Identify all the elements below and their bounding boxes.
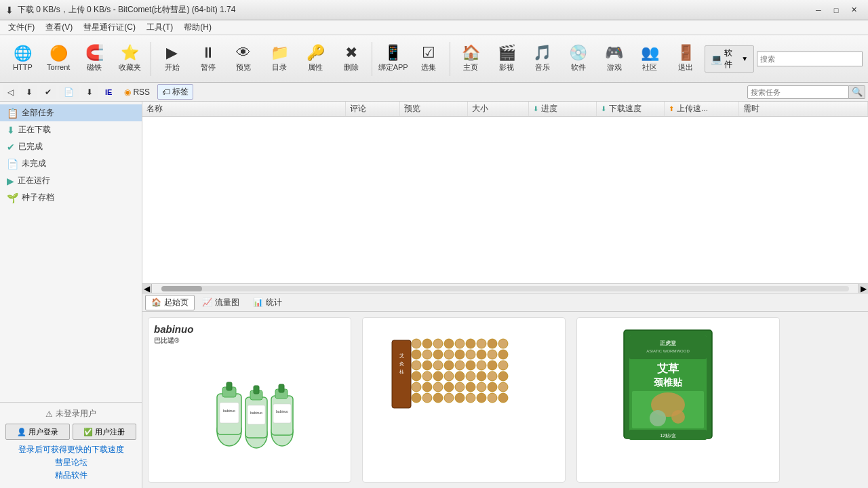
toolbar-delete[interactable]: ✖ 删除 <box>334 38 368 80</box>
tab-homepage[interactable]: 🏠 起始页 <box>145 295 195 310</box>
toolbar-stop[interactable]: ⏸ 暂停 <box>191 38 225 80</box>
toolbar-community[interactable]: 👥 社区 <box>633 38 667 80</box>
back-button[interactable]: ◁ <box>3 85 18 99</box>
svg-point-34 <box>466 350 475 359</box>
software-dropdown[interactable]: 💻 软件 ▼ <box>705 45 754 73</box>
th-name: 名称 <box>142 102 346 116</box>
horizontal-scrollbar[interactable]: ◀ ▶ <box>142 283 868 293</box>
music-label: 音乐 <box>535 62 550 73</box>
collect-icon: ⭐ <box>121 45 139 60</box>
register-icon: ✅ <box>83 428 93 436</box>
task-search-button[interactable]: 🔍 <box>849 85 865 99</box>
scroll-right-button[interactable]: ▶ <box>859 284 868 293</box>
svg-point-46 <box>498 361 508 370</box>
toolbar-music[interactable]: 🎵 音乐 <box>526 38 560 80</box>
rss-feed[interactable]: ◉ RSS <box>119 85 155 99</box>
toolbar-bindapp[interactable]: 📱 绑定APP <box>376 38 410 80</box>
toolbar-software[interactable]: 💿 软件 <box>561 38 595 80</box>
th-speed-label: 下载速度 <box>609 103 642 115</box>
product-card-moxa[interactable]: 艾 灸 柱 <box>362 317 566 483</box>
check-button[interactable]: ✔ <box>40 85 56 99</box>
forum-link[interactable]: 彗星论坛 <box>5 457 136 468</box>
minimize-button[interactable]: ─ <box>810 3 827 17</box>
th-time: 需时 <box>739 102 868 116</box>
scroll-left-button[interactable]: ◀ <box>142 284 152 293</box>
stop-icon: ⏸ <box>201 45 216 60</box>
sidebar-item-incomplete[interactable]: 📄 未完成 <box>0 155 142 172</box>
ie-icon: IE <box>105 88 112 96</box>
svg-point-87 <box>650 410 666 426</box>
ie-browser[interactable]: IE <box>100 86 117 98</box>
hscroll-thumb[interactable] <box>161 286 202 291</box>
maximize-button[interactable]: □ <box>827 3 845 17</box>
bottom-tabs: 🏠 起始页 📈 流量图 📊 统计 <box>142 293 868 312</box>
sidebar-item-running[interactable]: ▶ 正在运行 <box>0 172 142 189</box>
toolbar-torrent[interactable]: 🟠 Torrent <box>41 38 76 80</box>
zhenghutang-image: 正虎堂 ASIATIC WORMWOOD 艾草 颈椎贴 12贴/盒 <box>610 323 746 445</box>
menu-help[interactable]: 帮助(H) <box>178 20 217 35</box>
toolbar-magnet[interactable]: 🧲 磁铁 <box>77 38 112 80</box>
login-button[interactable]: 👤 用户登录 <box>5 424 70 440</box>
th-preview-label: 预览 <box>404 103 420 115</box>
menu-tools[interactable]: 工具(T) <box>141 20 178 35</box>
sidebar-item-downloading[interactable]: ⬇ 正在下载 <box>0 121 142 138</box>
svg-point-45 <box>488 361 497 370</box>
rss-label: RSS <box>133 87 150 97</box>
toolbar-exit[interactable]: 🚪 退出 <box>669 38 703 80</box>
menu-view[interactable]: 查看(V) <box>40 20 78 35</box>
th-progress: ⬇ 进度 <box>529 102 597 116</box>
collect-label: 收藏夹 <box>119 62 141 73</box>
sidebar-item-completed[interactable]: ✔ 已完成 <box>0 138 142 155</box>
svg-point-55 <box>498 371 508 381</box>
toolbar-http[interactable]: 🌐 HTTP <box>5 38 40 80</box>
toolbar-movie[interactable]: 🎬 影视 <box>490 38 524 80</box>
product-card-zhenghutang[interactable]: 正虎堂 ASIATIC WORMWOOD 艾草 颈椎贴 12贴/盒 <box>576 317 780 483</box>
search-icon: 🔍 <box>852 87 863 97</box>
svg-text:babinuo: babinuo <box>223 409 235 413</box>
toolbar-collect[interactable]: ⭐ 收藏夹 <box>113 38 147 80</box>
svg-point-43 <box>466 361 475 370</box>
title-bar: ⬇ 下载 0 KB/s，上传 0 KB/s - BitComet(比特彗星) (… <box>0 0 868 20</box>
svg-point-20 <box>412 339 421 348</box>
toolbar-directory[interactable]: 📁 目录 <box>262 38 297 80</box>
th-size: 大小 <box>468 102 529 116</box>
tab-stats[interactable]: 📊 统计 <box>247 295 288 310</box>
toolbar-game[interactable]: 🎮 游戏 <box>597 38 631 80</box>
tab-traffic[interactable]: 📈 流量图 <box>196 295 245 310</box>
toolbar-select[interactable]: ☑ 选集 <box>412 38 446 80</box>
svg-point-71 <box>477 393 486 403</box>
toolbar-home[interactable]: 🏠 主页 <box>454 38 488 80</box>
toolbar-open[interactable]: ▶ 开始 <box>155 38 189 80</box>
speed-link[interactable]: 登录后可获得更快的下载速度 <box>5 444 136 455</box>
task-search-input[interactable] <box>747 85 849 99</box>
register-button[interactable]: ✅ 用户注册 <box>73 424 137 440</box>
svg-point-27 <box>488 339 497 348</box>
arrow-down-button[interactable]: ⬇ <box>81 85 98 99</box>
svg-point-56 <box>412 382 421 392</box>
sidebar-item-all[interactable]: 📋 全部任务 <box>0 104 142 121</box>
tag-button[interactable]: 🏷 标签 <box>157 84 193 100</box>
sidebar-section-all: 📋 全部任务 ⬇ 正在下载 ✔ 已完成 📄 未完成 ▶ 正在运行 🌱 种子存档 <box>0 102 142 209</box>
directory-icon: 📁 <box>271 45 289 60</box>
home-icon: 🏠 <box>462 45 480 60</box>
menu-file[interactable]: 文件(F) <box>3 20 40 35</box>
directory-label: 目录 <box>272 62 287 73</box>
sidebar-item-seed[interactable]: 🌱 种子存档 <box>0 189 142 206</box>
svg-point-39 <box>422 361 432 370</box>
file-button[interactable]: 📄 <box>59 85 79 99</box>
game-icon: 🎮 <box>605 45 623 60</box>
software-link[interactable]: 精品软件 <box>5 470 136 481</box>
menu-comet[interactable]: 彗星通行证(C) <box>78 20 141 35</box>
game-label: 游戏 <box>607 62 622 73</box>
top-search-input[interactable] <box>757 52 863 66</box>
toolbar-preview[interactable]: 👁 预览 <box>226 38 261 80</box>
close-button[interactable]: ✕ <box>845 3 863 17</box>
toolbar-property[interactable]: 🔑 属性 <box>298 38 333 80</box>
download-small-button[interactable]: ⬇ <box>21 85 37 99</box>
svg-rect-74 <box>392 340 411 408</box>
svg-point-58 <box>433 382 443 392</box>
svg-point-24 <box>455 339 465 348</box>
product-card-babinuo[interactable]: babinuo 巴比诺® babinuo <box>148 317 351 483</box>
file-icon: 📄 <box>64 87 74 97</box>
th-time-label: 需时 <box>743 103 760 115</box>
